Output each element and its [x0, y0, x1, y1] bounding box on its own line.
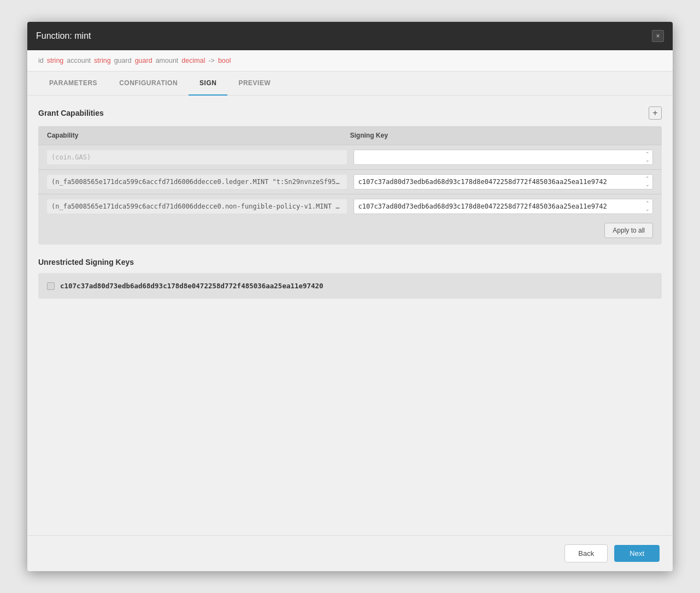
grant-capabilities-header: Grant Capabilities +	[38, 106, 662, 120]
key-checkbox-0[interactable]	[47, 282, 55, 290]
col-signing-key-header: Signing Key	[350, 132, 654, 139]
modal-footer: Back Next	[27, 535, 673, 571]
sig-id-type: string	[47, 57, 64, 64]
sig-amount-type: decimal	[181, 57, 205, 64]
tab-bar: PARAMETERS CONFIGURATION SIGN PREVIEW	[27, 72, 673, 96]
signing-key-select-1[interactable]: c107c37ad80d73edb6ad68d93c178d8e0472258d…	[354, 174, 654, 189]
capabilities-table: Capability Signing Key (coin.GAS) c107c3…	[38, 126, 662, 245]
sig-amount-label: amount	[156, 57, 179, 64]
tab-sign[interactable]: SIGN	[189, 72, 227, 96]
key-value-0: c107c37ad80d73edb6ad68d93c178d8e0472258d…	[60, 282, 323, 290]
col-capability-header: Capability	[47, 132, 350, 139]
grant-capabilities-title: Grant Capabilities	[38, 109, 104, 117]
modal-window: Function: mint × id string account strin…	[27, 22, 673, 571]
table-row: (coin.GAS) c107c37ad80d73edb6ad68d93c178…	[38, 145, 662, 169]
unrestricted-signing-keys-title: Unrestricted Signing Keys	[38, 258, 662, 266]
tab-preview[interactable]: PREVIEW	[227, 72, 281, 96]
apply-to-all-button[interactable]: Apply to all	[604, 223, 653, 238]
modal-header: Function: mint ×	[27, 22, 673, 50]
capabilities-table-header: Capability Signing Key	[38, 126, 662, 145]
list-item: c107c37ad80d73edb6ad68d93c178d8e0472258d…	[38, 275, 662, 296]
signing-key-select-0[interactable]: c107c37ad80d73edb6ad68d93c178d8e0472258d…	[354, 150, 654, 165]
capability-value-1: (n_fa5008565e171dca599c6accfd71d6006ddec…	[47, 175, 347, 189]
add-capability-button[interactable]: +	[649, 106, 662, 120]
signature-bar: id string account string guard guard amo…	[27, 50, 673, 72]
capability-value-2: (n_fa5008565e171dca599c6accfd71d6006ddec…	[47, 199, 347, 214]
signing-key-select-wrapper-2: c107c37ad80d73edb6ad68d93c178d8e0472258d…	[354, 199, 654, 214]
sig-account-type: string	[94, 57, 111, 64]
modal-title: Function: mint	[36, 31, 91, 41]
main-content: Grant Capabilities + Capability Signing …	[27, 96, 673, 535]
capability-value-0: (coin.GAS)	[47, 150, 347, 164]
signing-key-select-wrapper-1: c107c37ad80d73edb6ad68d93c178d8e0472258d…	[354, 174, 654, 189]
sig-account-label: account	[67, 57, 91, 64]
back-button[interactable]: Back	[564, 544, 608, 562]
unrestricted-signing-keys-section: Unrestricted Signing Keys c107c37ad80d73…	[38, 258, 662, 299]
table-row: (n_fa5008565e171dca599c6accfd71d6006ddec…	[38, 194, 662, 218]
sig-arrow: ->	[208, 57, 214, 64]
tab-parameters[interactable]: PARAMETERS	[38, 72, 108, 96]
tab-configuration[interactable]: CONFIGURATION	[108, 72, 189, 96]
sig-return-type: bool	[218, 57, 231, 64]
next-button[interactable]: Next	[614, 545, 660, 562]
signing-key-select-wrapper-0: c107c37ad80d73edb6ad68d93c178d8e0472258d…	[354, 150, 654, 165]
sig-guard-type: guard	[135, 57, 152, 64]
sig-guard-label: guard	[114, 57, 132, 64]
signing-key-select-2[interactable]: c107c37ad80d73edb6ad68d93c178d8e0472258d…	[354, 199, 654, 214]
sig-id-label: id	[38, 57, 44, 64]
close-button[interactable]: ×	[652, 30, 664, 42]
apply-all-row: Apply to all	[38, 218, 662, 245]
key-list: c107c37ad80d73edb6ad68d93c178d8e0472258d…	[38, 273, 662, 299]
table-row: (n_fa5008565e171dca599c6accfd71d6006ddec…	[38, 169, 662, 194]
